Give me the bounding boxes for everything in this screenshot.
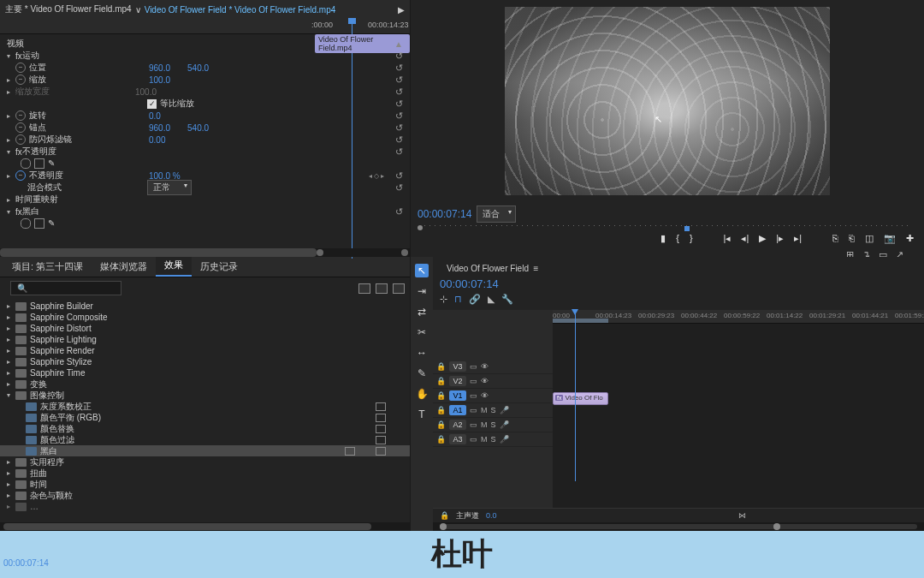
ec-prop-opacity[interactable]: ▸不透明度100.0 %◂◇▸↺ [0,170,410,182]
tree-item[interactable]: ▸杂色与颗粒 [0,490,410,501]
nest-icon[interactable]: ⊹ [440,294,447,305]
tree-item[interactable]: ▸Sapphire Composite [0,312,410,323]
settings-plus-icon[interactable]: ✚ [906,233,914,244]
timeline-zoom-bar[interactable] [433,522,924,531]
ec-prop-rotation[interactable]: ▸旋转0.0↺ [0,110,410,122]
ripple-tool-icon[interactable]: ⇄ [415,305,429,319]
snap-icon[interactable]: ⊓ [454,294,462,305]
tree-item[interactable]: ▸扭曲 [0,468,410,479]
ec-bw-mask-icons[interactable]: ✎ [0,217,410,229]
ellipse-mask-icon[interactable] [21,158,31,169]
program-viewport[interactable]: ↖ [411,0,924,202]
step-back-icon[interactable]: ◂| [741,233,749,244]
tab-3[interactable]: 历史记录 [192,257,246,277]
mark-in-icon[interactable]: ▮ [660,233,666,244]
settings-wrench-icon[interactable]: 🔧 [501,294,513,305]
tab-2[interactable]: 效果 [156,255,192,277]
camera-icon[interactable]: 📷 [884,233,896,244]
stopwatch-icon[interactable] [15,63,26,73]
timeline-playhead[interactable] [575,310,576,481]
tree-item[interactable]: 灰度系数校正 [0,401,410,412]
audio-track-header[interactable]: 🔒A1▭MS🎤 [433,403,553,418]
tree-item[interactable]: ▸Sapphire Time [0,367,410,378]
sequence-tab[interactable]: Video Of Flower Field ≡ [440,262,545,275]
fx-badge-32bit-icon[interactable] [376,283,388,294]
video-track-header[interactable]: 🔒V3▭👁 [433,360,553,374]
tree-item[interactable]: ▸Sapphire Distort [0,323,410,334]
ec-timecode[interactable]: 00:00:07:14 [3,558,49,568]
video-track-header[interactable]: 🔒V2▭👁 [433,374,553,389]
ec-scrollbar[interactable] [0,248,410,257]
marker-diamond-icon[interactable]: ⋈ [738,511,746,520]
timeline-ruler[interactable]: 00:0000:00:14:2300:00:29:2300:00:44:2200… [553,310,924,324]
slip-tool-icon[interactable]: ↔ [415,346,429,360]
tab-0[interactable]: 项目: 第三十四课 [3,257,92,277]
ec-prop-antiflicker[interactable]: ▸防闪烁滤镜0.00↺ [0,134,410,146]
ec-properties: 视频▲ ▾ fx 运动↺ 位置960.0540.0↺ ▸缩放100.0↺ ▸缩放… [0,34,410,248]
zoom-dropdown[interactable]: 适合 [477,206,516,223]
tree-item[interactable]: ▸Sapphire Lighting [0,334,410,345]
selection-tool-icon[interactable]: ↖ [415,264,429,277]
ec-prop-uniform[interactable]: ✓等比缩放↺ [0,98,410,110]
razor-tool-icon[interactable]: ✂ [415,325,429,339]
program-playhead[interactable] [684,226,690,231]
type-tool-icon[interactable]: T [415,408,429,421]
ec-mask-icons[interactable]: ✎ [0,158,410,170]
goto-out-icon[interactable]: ▸| [794,233,802,244]
tree-item[interactable]: 颜色平衡 (RGB) [0,412,410,423]
tree-item[interactable]: ▾图像控制 [0,390,410,401]
tree-item[interactable]: ▸实用程序 [0,456,410,468]
effects-scrollbar[interactable] [0,522,410,531]
fx-badge-accel-icon[interactable] [358,283,370,294]
bracket-in-icon[interactable]: { [676,233,679,244]
ec-prop-blend[interactable]: 混合模式正常↺ [0,182,410,194]
play-icon[interactable]: ▶ [759,233,766,244]
hand-tool-icon[interactable]: ✋ [415,387,429,401]
export-frame-icon[interactable]: ◫ [865,233,874,244]
tab-1[interactable]: 媒体浏览器 [92,257,156,277]
goto-in-icon[interactable]: |◂ [724,233,732,244]
timeline-track-area[interactable]: 00:0000:00:14:2300:00:29:2300:00:44:2200… [553,310,924,508]
tree-item[interactable]: 颜色过滤 [0,434,410,445]
ec-header: 主要 * Video Of Flower Field.mp4 ∨ Video O… [0,0,410,19]
extract-icon[interactable]: ⎗ [849,233,855,244]
folder-icon [15,492,27,500]
ec-fx-bw[interactable]: ▾ fx 黑白↺ [0,206,410,217]
fx-badge-yuv-icon[interactable] [393,283,405,294]
bracket-out-icon[interactable]: } [690,233,693,244]
tree-item[interactable]: ▸变换 [0,378,410,390]
tree-item[interactable]: ▸Sapphire Builder [0,301,410,312]
ec-prop-scale[interactable]: ▸缩放100.0↺ [0,74,410,86]
program-timecode[interactable]: 00:00:07:14 [418,208,471,220]
lift-icon[interactable]: ⎘ [832,233,838,244]
audio-track-header[interactable]: 🔒A3▭MS🎤 [433,432,553,447]
checkbox-icon[interactable]: ✓ [147,99,157,109]
tree-item[interactable]: ▸Sapphire Stylize [0,356,410,367]
ec-fx-motion[interactable]: ▾ fx 运动↺ [0,50,410,62]
video-clip[interactable]: fxVideo Of Flo [553,392,608,405]
ec-fx-timeremap[interactable]: ▸时间重映射 [0,194,410,206]
fx-type-badge-icon [376,436,386,444]
marker-icon[interactable]: ◣ [488,294,495,305]
track-select-tool-icon[interactable]: ⇥ [415,284,429,298]
folder-icon [15,347,27,355]
ec-mini-ruler[interactable]: :00:00 00:00:14:23 Video Of Flower Field… [0,19,410,34]
timeline-timecode[interactable]: 00:00:07:14 [440,276,917,292]
linked-selection-icon[interactable]: 🔗 [469,294,481,305]
step-fwd-icon[interactable]: |▸ [776,233,784,244]
pen-mask-icon[interactable]: ✎ [48,158,58,169]
video-track-header[interactable]: 🔒V1▭👁 [433,389,553,403]
reset-icon[interactable]: ↺ [395,51,403,62]
tree-item[interactable]: 颜色替换 [0,423,410,434]
ec-fx-opacity[interactable]: ▾ fx 不透明度↺ [0,146,410,158]
fx-type-badge-icon [376,402,386,411]
rect-mask-icon[interactable] [34,158,44,169]
audio-track-header[interactable]: 🔒A2▭MS🎤 [433,418,553,432]
tree-item[interactable]: ▸Sapphire Render [0,345,410,356]
effects-tree[interactable]: ▸Sapphire Builder▸Sapphire Composite▸Sap… [0,299,410,522]
ec-prop-position[interactable]: 位置960.0540.0↺ [0,62,410,74]
tree-item[interactable]: 黑白 [0,445,410,456]
pen-tool-icon[interactable]: ✎ [415,366,429,380]
tree-item[interactable]: ▸时间 [0,479,410,490]
ec-prop-anchor[interactable]: 锚点960.0540.0↺ [0,122,410,134]
